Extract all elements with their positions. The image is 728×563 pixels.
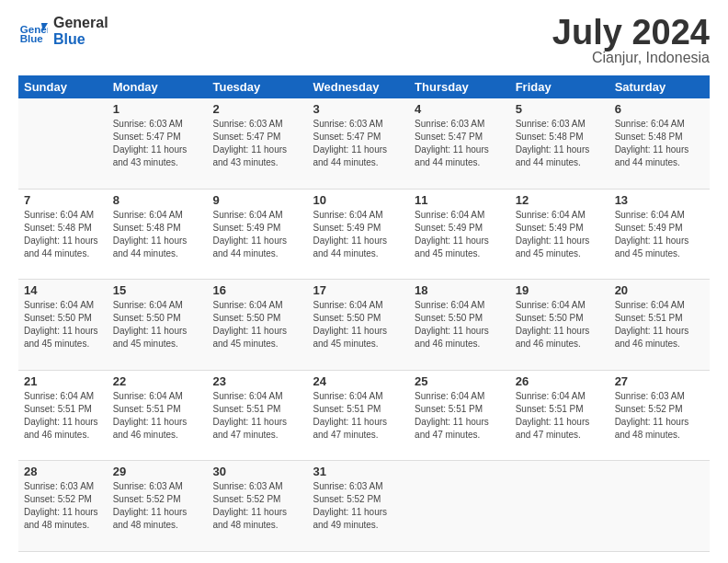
header-row: Sunday Monday Tuesday Wednesday Thursday…	[18, 75, 710, 98]
day-number: 23	[212, 374, 301, 388]
main-title: July 2024	[552, 15, 710, 50]
week-row-4: 21Sunrise: 6:04 AM Sunset: 5:51 PM Dayli…	[18, 370, 710, 461]
day-detail: Sunrise: 6:03 AM Sunset: 5:52 PM Dayligh…	[24, 480, 102, 532]
day-cell: 20Sunrise: 6:04 AM Sunset: 5:51 PM Dayli…	[609, 280, 710, 371]
day-detail: Sunrise: 6:03 AM Sunset: 5:52 PM Dayligh…	[212, 480, 301, 532]
day-detail: Sunrise: 6:04 AM Sunset: 5:51 PM Dayligh…	[615, 299, 704, 350]
day-detail: Sunrise: 6:04 AM Sunset: 5:48 PM Dayligh…	[615, 118, 704, 169]
day-cell: 19Sunrise: 6:04 AM Sunset: 5:50 PM Dayli…	[510, 280, 609, 371]
svg-text:Blue: Blue	[20, 34, 44, 45]
day-detail: Sunrise: 6:04 AM Sunset: 5:51 PM Dayligh…	[212, 390, 301, 442]
day-detail: Sunrise: 6:04 AM Sunset: 5:48 PM Dayligh…	[24, 209, 102, 260]
day-detail: Sunrise: 6:04 AM Sunset: 5:50 PM Dayligh…	[415, 299, 505, 350]
day-number: 12	[516, 193, 604, 207]
day-cell: 30Sunrise: 6:03 AM Sunset: 5:52 PM Dayli…	[207, 461, 307, 552]
day-number: 31	[313, 465, 404, 478]
day-number: 2	[212, 102, 301, 116]
day-cell: 27Sunrise: 6:03 AM Sunset: 5:52 PM Dayli…	[609, 370, 710, 461]
day-detail: Sunrise: 6:04 AM Sunset: 5:51 PM Dayligh…	[24, 390, 102, 442]
day-number: 17	[313, 283, 404, 297]
day-number: 15	[113, 283, 202, 297]
page: General Blue General Blue July 2024 Cian…	[0, 0, 728, 563]
day-detail: Sunrise: 6:04 AM Sunset: 5:50 PM Dayligh…	[516, 299, 604, 350]
day-number: 18	[415, 283, 505, 297]
col-monday: Monday	[108, 75, 208, 98]
day-detail: Sunrise: 6:04 AM Sunset: 5:51 PM Dayligh…	[415, 390, 505, 442]
day-cell: 9Sunrise: 6:04 AM Sunset: 5:49 PM Daylig…	[207, 189, 307, 280]
day-cell: 2Sunrise: 6:03 AM Sunset: 5:47 PM Daylig…	[207, 98, 307, 189]
col-thursday: Thursday	[409, 75, 510, 98]
day-number: 20	[615, 283, 704, 297]
day-cell: 31Sunrise: 6:03 AM Sunset: 5:52 PM Dayli…	[307, 461, 409, 552]
day-cell: 29Sunrise: 6:03 AM Sunset: 5:52 PM Dayli…	[108, 461, 208, 552]
day-cell: 22Sunrise: 6:04 AM Sunset: 5:51 PM Dayli…	[108, 370, 208, 461]
day-number: 10	[313, 193, 404, 207]
day-cell: 17Sunrise: 6:04 AM Sunset: 5:50 PM Dayli…	[307, 280, 409, 371]
day-cell: 3Sunrise: 6:03 AM Sunset: 5:47 PM Daylig…	[307, 98, 409, 189]
day-cell: 7Sunrise: 6:04 AM Sunset: 5:48 PM Daylig…	[18, 189, 108, 280]
day-cell: 14Sunrise: 6:04 AM Sunset: 5:50 PM Dayli…	[18, 280, 108, 371]
day-number: 28	[24, 465, 102, 478]
day-number: 27	[615, 374, 704, 388]
week-row-5: 28Sunrise: 6:03 AM Sunset: 5:52 PM Dayli…	[18, 461, 710, 552]
day-number: 5	[516, 102, 604, 116]
day-detail: Sunrise: 6:03 AM Sunset: 5:52 PM Dayligh…	[313, 480, 404, 532]
day-number: 3	[313, 102, 404, 116]
day-number: 29	[113, 465, 202, 478]
day-number: 30	[212, 465, 301, 478]
day-cell	[18, 98, 108, 189]
col-tuesday: Tuesday	[207, 75, 307, 98]
day-detail: Sunrise: 6:03 AM Sunset: 5:47 PM Dayligh…	[113, 118, 202, 169]
day-detail: Sunrise: 6:04 AM Sunset: 5:49 PM Dayligh…	[313, 209, 404, 260]
day-number: 21	[24, 374, 102, 388]
day-detail: Sunrise: 6:04 AM Sunset: 5:50 PM Dayligh…	[313, 299, 404, 350]
day-cell: 13Sunrise: 6:04 AM Sunset: 5:49 PM Dayli…	[609, 189, 710, 280]
day-number: 9	[212, 193, 301, 207]
col-saturday: Saturday	[609, 75, 710, 98]
day-number: 13	[615, 193, 704, 207]
day-cell: 25Sunrise: 6:04 AM Sunset: 5:51 PM Dayli…	[409, 370, 510, 461]
logo-blue: Blue	[53, 31, 108, 48]
week-row-1: 1Sunrise: 6:03 AM Sunset: 5:47 PM Daylig…	[18, 98, 710, 189]
day-cell: 24Sunrise: 6:04 AM Sunset: 5:51 PM Dayli…	[307, 370, 409, 461]
day-cell: 11Sunrise: 6:04 AM Sunset: 5:49 PM Dayli…	[409, 189, 510, 280]
logo-icon: General Blue	[18, 17, 48, 46]
calendar-table: Sunday Monday Tuesday Wednesday Thursday…	[18, 75, 710, 552]
day-cell: 16Sunrise: 6:04 AM Sunset: 5:50 PM Dayli…	[207, 280, 307, 371]
col-sunday: Sunday	[18, 75, 108, 98]
day-cell: 21Sunrise: 6:04 AM Sunset: 5:51 PM Dayli…	[18, 370, 108, 461]
day-cell: 10Sunrise: 6:04 AM Sunset: 5:49 PM Dayli…	[307, 189, 409, 280]
day-cell	[609, 461, 710, 552]
col-friday: Friday	[510, 75, 609, 98]
day-number: 14	[24, 283, 102, 297]
logo: General Blue General Blue	[18, 15, 108, 49]
day-detail: Sunrise: 6:04 AM Sunset: 5:49 PM Dayligh…	[516, 209, 604, 260]
day-detail: Sunrise: 6:04 AM Sunset: 5:49 PM Dayligh…	[415, 209, 505, 260]
subtitle: Cianjur, Indonesia	[552, 50, 710, 66]
day-number: 11	[415, 193, 505, 207]
day-number: 16	[212, 283, 301, 297]
day-cell: 8Sunrise: 6:04 AM Sunset: 5:48 PM Daylig…	[108, 189, 208, 280]
day-detail: Sunrise: 6:03 AM Sunset: 5:47 PM Dayligh…	[415, 118, 505, 169]
day-detail: Sunrise: 6:04 AM Sunset: 5:49 PM Dayligh…	[615, 209, 704, 260]
day-cell	[510, 461, 609, 552]
day-detail: Sunrise: 6:04 AM Sunset: 5:50 PM Dayligh…	[24, 299, 102, 350]
calendar-body: 1Sunrise: 6:03 AM Sunset: 5:47 PM Daylig…	[18, 98, 710, 552]
day-cell: 23Sunrise: 6:04 AM Sunset: 5:51 PM Dayli…	[207, 370, 307, 461]
day-cell: 5Sunrise: 6:03 AM Sunset: 5:48 PM Daylig…	[510, 98, 609, 189]
day-cell: 4Sunrise: 6:03 AM Sunset: 5:47 PM Daylig…	[409, 98, 510, 189]
header: General Blue General Blue July 2024 Cian…	[18, 15, 710, 66]
day-cell: 1Sunrise: 6:03 AM Sunset: 5:47 PM Daylig…	[108, 98, 208, 189]
day-number: 26	[516, 374, 604, 388]
day-cell: 12Sunrise: 6:04 AM Sunset: 5:49 PM Dayli…	[510, 189, 609, 280]
day-detail: Sunrise: 6:03 AM Sunset: 5:52 PM Dayligh…	[615, 390, 704, 442]
week-row-3: 14Sunrise: 6:04 AM Sunset: 5:50 PM Dayli…	[18, 280, 710, 371]
day-number: 4	[415, 102, 505, 116]
day-detail: Sunrise: 6:04 AM Sunset: 5:50 PM Dayligh…	[212, 299, 301, 350]
day-number: 22	[113, 374, 202, 388]
day-cell: 26Sunrise: 6:04 AM Sunset: 5:51 PM Dayli…	[510, 370, 609, 461]
day-cell: 6Sunrise: 6:04 AM Sunset: 5:48 PM Daylig…	[609, 98, 710, 189]
logo-general: General	[53, 15, 108, 31]
week-row-2: 7Sunrise: 6:04 AM Sunset: 5:48 PM Daylig…	[18, 189, 710, 280]
day-number: 1	[113, 102, 202, 116]
